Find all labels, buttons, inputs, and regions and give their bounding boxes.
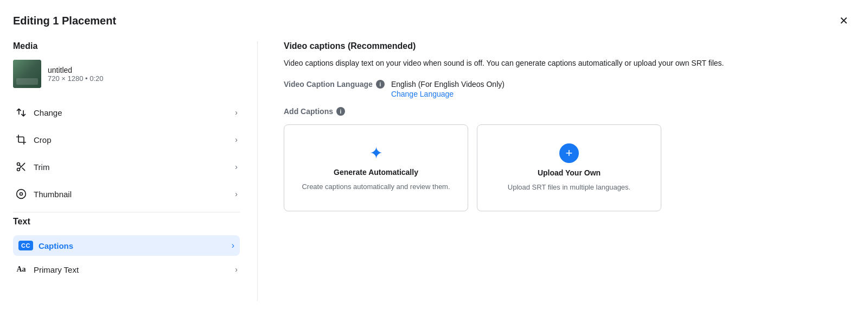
svg-line-4 (20, 165, 21, 167)
captions-chevron-icon: › (232, 241, 234, 250)
language-field-row: Video Caption Language i English (For En… (284, 80, 851, 98)
svg-point-6 (20, 193, 23, 196)
sidebar-item-change[interactable]: Change › (13, 99, 240, 126)
thumbnail-chevron-icon: › (235, 190, 238, 198)
upload-your-own-card[interactable]: + Upload Your Own Upload SRT files in mu… (477, 124, 661, 211)
sidebar-item-crop[interactable]: Crop › (13, 126, 240, 153)
crop-chevron-icon: › (235, 135, 238, 144)
add-captions-info-icon[interactable]: i (336, 107, 345, 116)
sidebar: Media untitled 720 × 1280 • 0:20 (13, 41, 257, 301)
text-section: Text CC Captions › Aa Primary Text › (13, 217, 240, 283)
thumbnail-icon (15, 188, 27, 200)
media-item: untitled 720 × 1280 • 0:20 (13, 60, 240, 88)
media-name: untitled (48, 66, 104, 74)
main-content: Video captions (Recommended) Video capti… (257, 41, 851, 301)
crop-icon (15, 134, 27, 146)
cc-badge: CC (18, 241, 33, 250)
sidebar-trim-label: Trim (34, 162, 49, 172)
svg-line-3 (22, 168, 25, 171)
video-captions-title: Video captions (Recommended) (284, 41, 851, 51)
page-header: Editing 1 Placement ✕ (13, 13, 851, 28)
media-section-label: Media (13, 41, 240, 51)
generate-card-description: Create captions automatically and review… (302, 182, 450, 192)
sidebar-divider (13, 212, 240, 212)
sidebar-thumbnail-label: Thumbnail (34, 190, 72, 199)
text-section-label: Text (13, 217, 240, 227)
upload-card-title: Upload Your Own (538, 168, 601, 177)
primary-text-label: Primary Text (34, 265, 79, 274)
text-icon: Aa (15, 263, 27, 275)
sidebar-item-captions[interactable]: CC Captions › (13, 235, 240, 256)
media-info: untitled 720 × 1280 • 0:20 (48, 66, 104, 83)
language-field-label: Video Caption Language i (284, 80, 385, 89)
sidebar-change-label: Change (34, 108, 62, 117)
change-chevron-icon: › (235, 108, 238, 117)
svg-point-5 (17, 190, 26, 199)
sidebar-item-primary-text[interactable]: Aa Primary Text › (13, 256, 240, 283)
sidebar-crop-label: Crop (34, 135, 52, 145)
media-meta: 720 × 1280 • 0:20 (48, 74, 104, 83)
generate-automatically-card[interactable]: ✦ Generate Automatically Create captions… (284, 124, 468, 211)
sidebar-item-thumbnail[interactable]: Thumbnail › (13, 180, 240, 208)
language-field-value-area: English (For English Videos Only) Change… (391, 80, 505, 98)
swap-icon (15, 106, 27, 118)
scissors-icon (15, 161, 27, 173)
add-captions-label: Add Captions i (284, 107, 851, 116)
media-thumbnail (13, 60, 41, 88)
change-language-link[interactable]: Change Language (391, 90, 505, 98)
trim-chevron-icon: › (235, 162, 238, 171)
generate-card-title: Generate Automatically (334, 168, 418, 177)
caption-cards-row: ✦ Generate Automatically Create captions… (284, 124, 851, 211)
language-value: English (For English Videos Only) (391, 80, 505, 89)
video-captions-description: Video captions display text on your vide… (284, 58, 772, 69)
page-title: Editing 1 Placement (13, 15, 116, 27)
sidebar-item-trim[interactable]: Trim › (13, 153, 240, 180)
primary-text-chevron-icon: › (235, 265, 238, 274)
captions-label: Captions (39, 241, 73, 250)
generate-card-icon-area: ✦ (369, 143, 383, 162)
language-info-icon[interactable]: i (376, 80, 385, 89)
close-button[interactable]: ✕ (837, 13, 851, 28)
plus-icon: + (559, 143, 579, 163)
upload-card-description: Upload SRT files in multiple languages. (508, 183, 630, 192)
